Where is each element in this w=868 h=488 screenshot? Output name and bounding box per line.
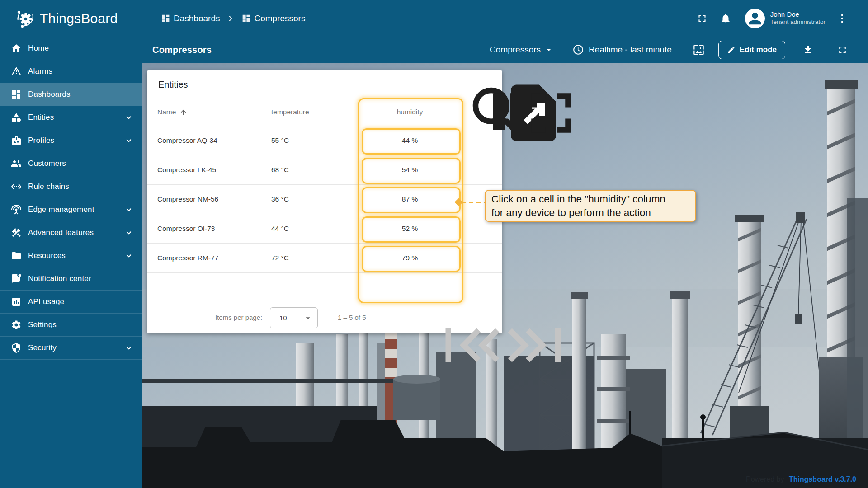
- last-page-button[interactable]: [476, 311, 488, 324]
- cell-name: Compressor OI-73: [157, 214, 215, 243]
- humidity-cell-highlight[interactable]: [362, 246, 461, 272]
- dashboards-icon: [161, 14, 170, 23]
- chevron-down-icon: [124, 113, 134, 122]
- sidebar-item-settings[interactable]: Settings: [0, 313, 142, 336]
- sidebar-item-entities[interactable]: Entities: [0, 106, 142, 129]
- items-per-page-select[interactable]: 10: [270, 307, 318, 328]
- search-button[interactable]: [430, 79, 441, 90]
- fullscreen-icon: [483, 79, 619, 147]
- powered-by-text: Powered by: [746, 475, 784, 483]
- person-icon: [746, 9, 764, 28]
- sidebar-item-customers[interactable]: Customers: [0, 152, 142, 175]
- bell-icon: [720, 13, 731, 24]
- humidity-cell-highlight[interactable]: [362, 158, 461, 184]
- dashboards-icon: [241, 14, 251, 23]
- entities-icon: [11, 112, 22, 123]
- sidebar-item-rule-chains[interactable]: Rule chains: [0, 175, 142, 198]
- user-name: John Doe: [770, 10, 826, 19]
- page-title: Compressors: [152, 45, 212, 55]
- sidebar-item-label: Security: [28, 343, 57, 352]
- last-page-icon: [476, 311, 612, 379]
- widget-fullscreen-button[interactable]: [483, 79, 494, 90]
- humidity-cell-highlight[interactable]: [362, 128, 461, 155]
- dashboards-icon: [11, 89, 22, 100]
- sidebar-item-label: Edge management: [28, 205, 94, 214]
- sidebar: ThingsBoard Home Alarms Dashboards Entit…: [0, 0, 142, 488]
- people-icon: [11, 158, 22, 169]
- more-vert-icon: [836, 13, 848, 24]
- items-per-page-value: 10: [279, 314, 287, 322]
- notifications-button[interactable]: [720, 13, 731, 24]
- avatar[interactable]: [745, 9, 765, 28]
- timewindow-button[interactable]: Realtime - last minute: [572, 44, 672, 56]
- chevron-down-icon: [124, 343, 134, 353]
- sidebar-item-profiles[interactable]: Profiles: [0, 129, 142, 152]
- cell-name: Compressor LK-45: [157, 155, 216, 184]
- toolbar-fullscreen-button[interactable]: [837, 44, 848, 56]
- column-header-temperature[interactable]: temperature: [271, 99, 309, 126]
- top-bar-actions: John Doe Tenant administrator: [696, 9, 848, 28]
- sidebar-item-notification-center[interactable]: Notification center: [0, 267, 142, 290]
- humidity-cell-highlight[interactable]: [362, 216, 461, 243]
- app-logo[interactable]: ThingsBoard: [0, 0, 142, 37]
- sidebar-item-label: Rule chains: [28, 182, 69, 191]
- sidebar-item-home[interactable]: Home: [0, 37, 142, 60]
- dropdown-caret-icon: [543, 44, 554, 55]
- widget-header: Entities: [147, 70, 502, 99]
- entities-widget: Entities Name temperature humidity Compr…: [147, 70, 502, 333]
- sidebar-item-label: Settings: [28, 320, 57, 329]
- version-link[interactable]: Thingsboard v.3.7.0: [789, 475, 856, 483]
- chevron-down-icon: [124, 136, 134, 145]
- thingsboard-logo-icon: [15, 8, 36, 29]
- chevron-down-icon: [124, 205, 134, 215]
- sidebar-item-resources[interactable]: Resources: [0, 244, 142, 267]
- sidebar-item-label: Resources: [28, 251, 66, 260]
- export-dashboard-button[interactable]: [802, 44, 813, 55]
- breadcrumb-compressors[interactable]: Compressors: [241, 14, 305, 23]
- column-label: Name: [157, 99, 176, 126]
- columns-button[interactable]: [448, 79, 459, 90]
- dashboard-toolbar-actions: Compressors Realtime - last minute Edit …: [490, 41, 848, 59]
- cell-temperature: 36 °C: [271, 184, 289, 214]
- sidebar-item-edge-management[interactable]: Edge management: [0, 198, 142, 221]
- column-header-humidity[interactable]: humidity: [362, 99, 458, 126]
- widget-header-actions: [424, 79, 494, 90]
- pagination-range: 1 – 5 of 5: [338, 301, 366, 333]
- export-data-button[interactable]: [466, 79, 476, 90]
- next-page-button[interactable]: [450, 311, 462, 324]
- sidebar-item-alarms[interactable]: Alarms: [0, 60, 142, 83]
- column-header-name[interactable]: Name: [157, 99, 187, 126]
- first-page-button[interactable]: [395, 311, 407, 324]
- humidity-cell-highlight[interactable]: [362, 187, 461, 213]
- badge-icon: [11, 135, 22, 146]
- cell-temperature: 55 °C: [271, 126, 289, 155]
- timewindow-value: Realtime - last minute: [589, 45, 672, 55]
- sidebar-item-dashboards[interactable]: Dashboards: [0, 83, 142, 106]
- chart-icon: [11, 296, 22, 307]
- gear-icon: [11, 319, 22, 330]
- cell-name: Compressor NM-56: [157, 184, 218, 214]
- sidebar-item-security[interactable]: Security: [0, 336, 142, 360]
- sidebar-item-api-usage[interactable]: API usage: [0, 290, 142, 313]
- tooltip-line: Click on a cell in the "humidity" column: [491, 192, 689, 206]
- dashboard-image-button[interactable]: [693, 44, 705, 56]
- edit-mode-label: Edit mode: [740, 45, 777, 54]
- dashboard-state-selector[interactable]: Compressors: [490, 44, 554, 55]
- edit-mode-button[interactable]: Edit mode: [718, 41, 785, 59]
- fullscreen-button[interactable]: [696, 13, 708, 24]
- user-info[interactable]: John Doe Tenant administrator: [770, 10, 826, 27]
- breadcrumb-dashboards[interactable]: Dashboards: [161, 14, 220, 23]
- sidebar-item-label: Dashboards: [28, 90, 71, 99]
- breadcrumb-label: Compressors: [254, 14, 305, 23]
- top-bar: Dashboards Compressors John Doe Tenant a…: [142, 0, 868, 37]
- breadcrumb: Dashboards Compressors: [161, 13, 305, 24]
- cell-temperature: 72 °C: [271, 243, 289, 272]
- dropdown-caret-icon: [303, 313, 313, 323]
- folder-icon: [11, 250, 22, 261]
- previous-page-button[interactable]: [422, 311, 434, 324]
- sidebar-item-advanced-features[interactable]: Advanced features: [0, 221, 142, 244]
- rule-chain-icon: [11, 181, 22, 192]
- wallpaper-icon: [693, 44, 705, 56]
- more-menu-button[interactable]: [836, 13, 848, 24]
- breadcrumb-label: Dashboards: [174, 14, 220, 23]
